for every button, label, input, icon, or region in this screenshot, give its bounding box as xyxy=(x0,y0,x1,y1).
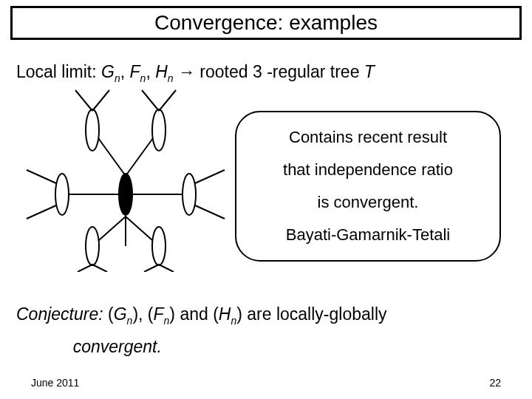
sym-F: F xyxy=(130,62,140,81)
sub-n-1: n xyxy=(115,72,120,84)
svg-line-21 xyxy=(78,265,92,272)
local-limit-line: Local limit: Gn, Fn, Hn → rooted 3 -regu… xyxy=(16,62,375,84)
svg-line-22 xyxy=(92,265,107,272)
callout-box: Contains recent result that independence… xyxy=(235,111,501,262)
svg-line-9 xyxy=(159,90,176,111)
svg-point-0 xyxy=(119,174,132,215)
svg-point-20 xyxy=(86,227,99,265)
svg-line-6 xyxy=(92,90,109,111)
conj-H: H xyxy=(219,304,231,324)
svg-point-24 xyxy=(152,227,166,265)
conjecture-block: Conjecture: (Gn), (Fn) and (Hn) are loca… xyxy=(16,299,516,363)
sym-T: T xyxy=(359,62,374,81)
sub-n-2: n xyxy=(140,72,146,84)
callout-line-2: that independence ratio xyxy=(283,160,453,180)
slide-title: Convergence: examples xyxy=(154,11,378,35)
svg-point-7 xyxy=(152,109,166,151)
conj-p4: ) are locally-globally xyxy=(236,304,386,324)
sym-G: G xyxy=(101,62,115,81)
sub-n-3: n xyxy=(168,72,174,84)
conj-G: G xyxy=(114,304,127,324)
conj-F: F xyxy=(153,304,163,324)
conj-line2: convergent. xyxy=(73,337,162,356)
svg-line-26 xyxy=(159,265,174,272)
svg-point-4 xyxy=(86,109,99,151)
svg-line-17 xyxy=(195,205,225,219)
conj-p2: ), ( xyxy=(132,304,153,324)
svg-line-5 xyxy=(75,90,92,111)
sym-H: H xyxy=(155,62,168,81)
callout-line-3: is convergent. xyxy=(318,193,419,212)
callout-line-1: Contains recent result xyxy=(289,128,447,147)
svg-line-25 xyxy=(144,265,159,272)
local-limit-suffix-a: rooted 3 -regular tree xyxy=(200,62,359,81)
svg-line-12 xyxy=(27,170,56,183)
svg-point-15 xyxy=(183,174,196,215)
svg-line-13 xyxy=(27,205,56,219)
svg-line-16 xyxy=(195,170,225,183)
svg-point-11 xyxy=(55,174,69,215)
title-bar: Convergence: examples xyxy=(10,6,522,40)
arrow-icon: → xyxy=(178,62,195,81)
footer-date: June 2011 xyxy=(31,377,79,389)
callout-line-4: Bayati-Gamarnik-Tetali xyxy=(286,225,451,245)
local-limit-prefix: Local limit: xyxy=(16,62,97,81)
conj-p3: ) and ( xyxy=(169,304,218,324)
conj-p1: ( xyxy=(103,304,114,324)
conjecture-label: Conjecture: xyxy=(16,304,103,324)
svg-line-8 xyxy=(142,90,159,111)
tree-diagram xyxy=(22,87,229,272)
footer-page-number: 22 xyxy=(489,377,501,389)
